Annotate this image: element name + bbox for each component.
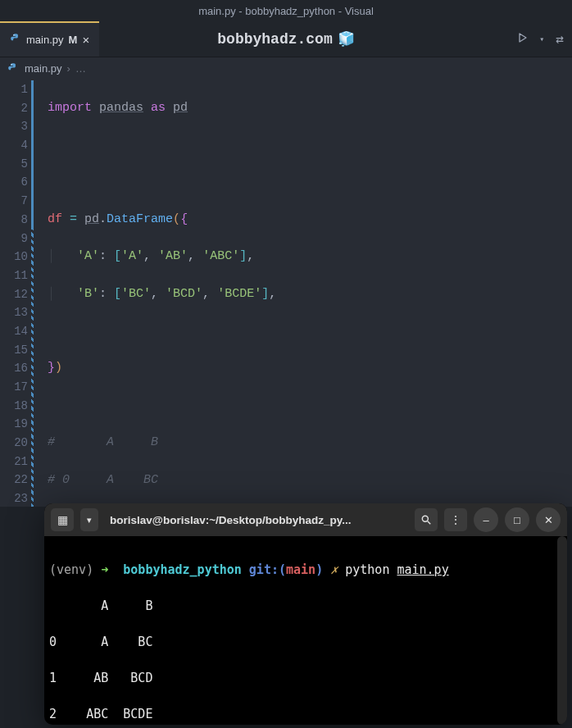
python-file-icon [10, 33, 21, 47]
breadcrumb-separator: › [67, 62, 70, 75]
python-file-icon [7, 61, 20, 75]
dict-key-a: 'A' [77, 249, 99, 263]
comment-header: # A B [48, 435, 158, 449]
breadcrumb-more: … [75, 62, 86, 75]
ice-cube-icon: 🧊 [338, 30, 355, 48]
editor-area[interactable]: 1234567891011121314151617181920212223 im… [0, 79, 572, 507]
center-title-text: bobbyhadz.com [217, 31, 332, 48]
terminal-window: ▦ ▾ borislav@borislav:~/Desktop/bobbyhad… [44, 503, 567, 725]
output-row0: 0 A BC [49, 633, 562, 651]
run-icon[interactable] [518, 33, 528, 46]
dict-key-b: 'B' [77, 287, 99, 301]
alias-pd: pd [173, 101, 188, 115]
tab-bar: main.py M × bobbyhadz.com 🧊 ▾ ⇄ [0, 21, 572, 57]
tab-filename: main.py [26, 34, 64, 46]
output-row1: 1 AB BCD [49, 669, 562, 687]
git-branch: main [286, 562, 316, 577]
cmd-file: main.py [397, 562, 448, 577]
terminal-title: borislav@borislav:~/Desktop/bobbyhadz_py… [105, 514, 408, 526]
maximize-button[interactable]: □ [505, 507, 529, 532]
split-diff-icon[interactable]: ⇄ [556, 31, 564, 48]
menu-icon[interactable]: ⋮ [444, 508, 467, 531]
editor-actions: ▾ ⇄ [518, 31, 572, 48]
output-header: A B [49, 597, 562, 615]
svg-point-2 [422, 516, 428, 521]
git-gutter [31, 79, 34, 507]
comment-row0: # 0 A BC [48, 473, 158, 487]
git-suffix: ) [316, 562, 323, 577]
svg-point-1 [11, 64, 11, 65]
close-button[interactable]: ✕ [536, 507, 561, 532]
str-abc: 'ABC' [202, 249, 239, 263]
str-bc: 'BC' [121, 287, 151, 301]
line-number-gutter: 1234567891011121314151617181920212223 [0, 79, 31, 507]
str-ab: 'AB' [158, 249, 188, 263]
module-pandas: pandas [99, 101, 143, 115]
prompt-dir: bobbyhadz_python [123, 562, 242, 577]
str-bcde: 'BCDE' [217, 287, 261, 301]
cmd-python: python [345, 562, 389, 577]
prompt-arrow: ➜ [101, 562, 108, 577]
method-dataframe: DataFrame [107, 212, 173, 226]
chevron-down-icon[interactable]: ▾ [539, 34, 544, 44]
code-content[interactable]: import pandas as pd df = pd.DataFrame({ … [34, 79, 336, 507]
terminal-body[interactable]: (venv) ➜ bobbyhadz_python git:(main) ✗ p… [44, 536, 567, 725]
new-tab-button[interactable]: ▦ [51, 508, 74, 531]
keyword-as: as [151, 101, 166, 115]
op-equals: = [70, 212, 77, 226]
window-title-bar: main.py - bobbyhadz_python - Visual [0, 0, 572, 21]
breadcrumb-file: main.py [25, 62, 62, 75]
minimize-button[interactable]: – [474, 507, 498, 532]
svg-point-0 [13, 34, 14, 35]
var-df: df [48, 212, 62, 226]
svg-line-3 [428, 521, 431, 525]
search-icon[interactable] [415, 508, 438, 531]
str-a: 'A' [121, 249, 143, 263]
dot: . [99, 212, 107, 226]
center-title: bobbyhadz.com 🧊 [217, 30, 354, 48]
close-icon[interactable]: × [82, 34, 89, 46]
editor-tab-main[interactable]: main.py M × [0, 21, 99, 57]
ref-pd: pd [84, 212, 99, 226]
keyword-import: import [48, 101, 92, 115]
output-row2: 2 ABC BCDE [49, 705, 562, 723]
terminal-scrollbar[interactable] [557, 536, 567, 725]
str-bcd: 'BCD' [166, 287, 202, 301]
git-dirty-icon: ✗ [330, 562, 338, 577]
venv-indicator: (venv) [49, 562, 93, 577]
tab-modified-status: M [69, 34, 78, 46]
tab-dropdown-button[interactable]: ▾ [80, 508, 98, 531]
breadcrumb[interactable]: main.py › … [0, 57, 572, 79]
terminal-header: ▦ ▾ borislav@borislav:~/Desktop/bobbyhad… [44, 503, 567, 536]
window-title: main.py - bobbyhadz_python - Visual [198, 5, 374, 17]
git-prefix: git:( [249, 562, 286, 577]
